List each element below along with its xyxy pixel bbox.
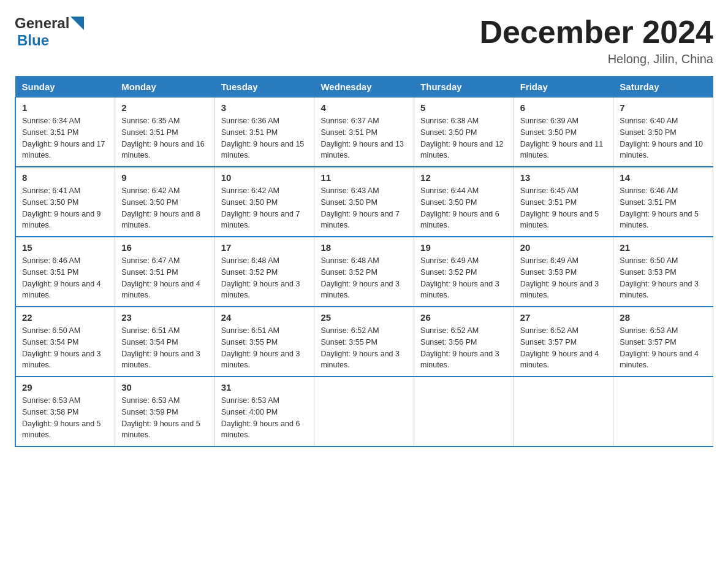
table-row bbox=[414, 377, 514, 446]
day-info: Sunrise: 6:53 AM Sunset: 3:57 PM Dayligh… bbox=[620, 325, 707, 371]
table-row bbox=[514, 377, 613, 446]
day-number: 13 bbox=[520, 172, 607, 183]
day-info: Sunrise: 6:50 AM Sunset: 3:54 PM Dayligh… bbox=[22, 325, 108, 371]
table-row: 24 Sunrise: 6:51 AM Sunset: 3:55 PM Dayl… bbox=[214, 307, 314, 377]
table-row: 3 Sunrise: 6:36 AM Sunset: 3:51 PM Dayli… bbox=[214, 98, 314, 167]
table-row: 21 Sunrise: 6:50 AM Sunset: 3:53 PM Dayl… bbox=[613, 237, 713, 307]
day-number: 7 bbox=[620, 102, 707, 113]
table-row: 23 Sunrise: 6:51 AM Sunset: 3:54 PM Dayl… bbox=[115, 307, 215, 377]
table-row: 16 Sunrise: 6:47 AM Sunset: 3:51 PM Dayl… bbox=[115, 237, 215, 307]
day-number: 23 bbox=[121, 312, 208, 323]
svg-marker-0 bbox=[70, 17, 84, 30]
day-info: Sunrise: 6:47 AM Sunset: 3:51 PM Dayligh… bbox=[121, 255, 208, 301]
day-number: 25 bbox=[320, 312, 408, 323]
day-number: 28 bbox=[620, 312, 707, 323]
col-friday: Friday bbox=[514, 77, 613, 98]
table-row: 1 Sunrise: 6:34 AM Sunset: 3:51 PM Dayli… bbox=[15, 98, 115, 167]
day-info: Sunrise: 6:46 AM Sunset: 3:51 PM Dayligh… bbox=[22, 255, 108, 301]
day-info: Sunrise: 6:40 AM Sunset: 3:50 PM Dayligh… bbox=[620, 115, 707, 161]
col-sunday: Sunday bbox=[15, 77, 115, 98]
day-info: Sunrise: 6:51 AM Sunset: 3:54 PM Dayligh… bbox=[121, 325, 208, 371]
table-row: 4 Sunrise: 6:37 AM Sunset: 3:51 PM Dayli… bbox=[314, 98, 414, 167]
col-thursday: Thursday bbox=[414, 77, 514, 98]
table-row: 5 Sunrise: 6:38 AM Sunset: 3:50 PM Dayli… bbox=[414, 98, 514, 167]
day-number: 3 bbox=[221, 102, 308, 113]
day-info: Sunrise: 6:44 AM Sunset: 3:50 PM Dayligh… bbox=[420, 185, 507, 231]
table-row bbox=[613, 377, 713, 446]
location: Helong, Jilin, China bbox=[479, 52, 713, 66]
table-row: 13 Sunrise: 6:45 AM Sunset: 3:51 PM Dayl… bbox=[514, 167, 613, 237]
table-row: 11 Sunrise: 6:43 AM Sunset: 3:50 PM Dayl… bbox=[314, 167, 414, 237]
day-info: Sunrise: 6:48 AM Sunset: 3:52 PM Dayligh… bbox=[221, 255, 308, 301]
day-info: Sunrise: 6:50 AM Sunset: 3:53 PM Dayligh… bbox=[620, 255, 707, 301]
table-row: 26 Sunrise: 6:52 AM Sunset: 3:56 PM Dayl… bbox=[414, 307, 514, 377]
day-number: 29 bbox=[22, 382, 108, 393]
table-row: 9 Sunrise: 6:42 AM Sunset: 3:50 PM Dayli… bbox=[115, 167, 215, 237]
day-number: 10 bbox=[221, 172, 308, 183]
calendar-table: Sunday Monday Tuesday Wednesday Thursday… bbox=[15, 76, 713, 447]
table-row: 10 Sunrise: 6:42 AM Sunset: 3:50 PM Dayl… bbox=[214, 167, 314, 237]
day-info: Sunrise: 6:53 AM Sunset: 3:58 PM Dayligh… bbox=[22, 395, 108, 441]
day-number: 9 bbox=[121, 172, 208, 183]
day-number: 22 bbox=[22, 312, 108, 323]
day-number: 15 bbox=[22, 242, 108, 253]
day-number: 5 bbox=[420, 102, 507, 113]
calendar-week-row: 29 Sunrise: 6:53 AM Sunset: 3:58 PM Dayl… bbox=[15, 377, 713, 446]
day-number: 31 bbox=[221, 382, 308, 393]
table-row: 15 Sunrise: 6:46 AM Sunset: 3:51 PM Dayl… bbox=[15, 237, 115, 307]
day-info: Sunrise: 6:52 AM Sunset: 3:55 PM Dayligh… bbox=[320, 325, 408, 371]
day-info: Sunrise: 6:49 AM Sunset: 3:52 PM Dayligh… bbox=[420, 255, 507, 301]
col-monday: Monday bbox=[115, 77, 215, 98]
calendar-week-row: 1 Sunrise: 6:34 AM Sunset: 3:51 PM Dayli… bbox=[15, 98, 713, 167]
col-tuesday: Tuesday bbox=[214, 77, 314, 98]
day-info: Sunrise: 6:52 AM Sunset: 3:56 PM Dayligh… bbox=[420, 325, 507, 371]
logo: General Blue bbox=[15, 15, 84, 49]
day-number: 19 bbox=[420, 242, 507, 253]
month-title: December 2024 bbox=[479, 15, 713, 50]
day-number: 20 bbox=[520, 242, 607, 253]
table-row: 19 Sunrise: 6:49 AM Sunset: 3:52 PM Dayl… bbox=[414, 237, 514, 307]
day-info: Sunrise: 6:53 AM Sunset: 3:59 PM Dayligh… bbox=[121, 395, 208, 441]
day-number: 11 bbox=[320, 172, 408, 183]
table-row: 12 Sunrise: 6:44 AM Sunset: 3:50 PM Dayl… bbox=[414, 167, 514, 237]
title-block: December 2024 Helong, Jilin, China bbox=[479, 15, 713, 66]
day-info: Sunrise: 6:48 AM Sunset: 3:52 PM Dayligh… bbox=[320, 255, 408, 301]
day-number: 30 bbox=[121, 382, 208, 393]
day-number: 8 bbox=[22, 172, 108, 183]
day-info: Sunrise: 6:52 AM Sunset: 3:57 PM Dayligh… bbox=[520, 325, 607, 371]
day-number: 21 bbox=[620, 242, 707, 253]
day-number: 14 bbox=[620, 172, 707, 183]
logo-general: General bbox=[15, 15, 69, 32]
day-number: 1 bbox=[22, 102, 108, 113]
logo-blue: Blue bbox=[17, 32, 49, 49]
calendar-week-row: 15 Sunrise: 6:46 AM Sunset: 3:51 PM Dayl… bbox=[15, 237, 713, 307]
table-row bbox=[314, 377, 414, 446]
table-row: 6 Sunrise: 6:39 AM Sunset: 3:50 PM Dayli… bbox=[514, 98, 613, 167]
day-info: Sunrise: 6:39 AM Sunset: 3:50 PM Dayligh… bbox=[520, 115, 607, 161]
table-row: 22 Sunrise: 6:50 AM Sunset: 3:54 PM Dayl… bbox=[15, 307, 115, 377]
day-number: 2 bbox=[121, 102, 208, 113]
day-number: 27 bbox=[520, 312, 607, 323]
day-info: Sunrise: 6:45 AM Sunset: 3:51 PM Dayligh… bbox=[520, 185, 607, 231]
day-number: 17 bbox=[221, 242, 308, 253]
day-number: 16 bbox=[121, 242, 208, 253]
calendar-header-row: Sunday Monday Tuesday Wednesday Thursday… bbox=[15, 77, 713, 98]
table-row: 7 Sunrise: 6:40 AM Sunset: 3:50 PM Dayli… bbox=[613, 98, 713, 167]
day-info: Sunrise: 6:36 AM Sunset: 3:51 PM Dayligh… bbox=[221, 115, 308, 161]
logo-triangle-icon bbox=[70, 17, 84, 30]
day-info: Sunrise: 6:41 AM Sunset: 3:50 PM Dayligh… bbox=[22, 185, 108, 231]
day-number: 18 bbox=[320, 242, 408, 253]
day-info: Sunrise: 6:49 AM Sunset: 3:53 PM Dayligh… bbox=[520, 255, 607, 301]
day-number: 24 bbox=[221, 312, 308, 323]
day-number: 4 bbox=[320, 102, 408, 113]
table-row: 25 Sunrise: 6:52 AM Sunset: 3:55 PM Dayl… bbox=[314, 307, 414, 377]
page-header: General Blue December 2024 Helong, Jilin… bbox=[15, 15, 713, 66]
table-row: 29 Sunrise: 6:53 AM Sunset: 3:58 PM Dayl… bbox=[15, 377, 115, 446]
day-info: Sunrise: 6:46 AM Sunset: 3:51 PM Dayligh… bbox=[620, 185, 707, 231]
table-row: 30 Sunrise: 6:53 AM Sunset: 3:59 PM Dayl… bbox=[115, 377, 215, 446]
calendar-week-row: 8 Sunrise: 6:41 AM Sunset: 3:50 PM Dayli… bbox=[15, 167, 713, 237]
table-row: 20 Sunrise: 6:49 AM Sunset: 3:53 PM Dayl… bbox=[514, 237, 613, 307]
calendar-week-row: 22 Sunrise: 6:50 AM Sunset: 3:54 PM Dayl… bbox=[15, 307, 713, 377]
day-info: Sunrise: 6:42 AM Sunset: 3:50 PM Dayligh… bbox=[221, 185, 308, 231]
day-number: 26 bbox=[420, 312, 507, 323]
